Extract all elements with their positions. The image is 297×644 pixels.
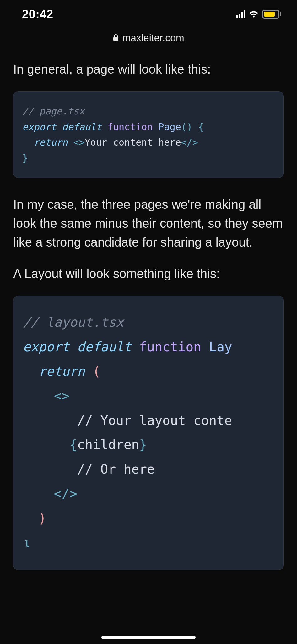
status-bar: 20:42 [0,0,297,28]
paragraph: A Layout will look something like this: [13,264,284,283]
code-line: // Your layout conte [23,408,274,433]
code-line: // page.tsx [22,103,275,119]
lock-icon [113,34,119,42]
code-line: // Or here [23,457,274,482]
home-indicator[interactable] [101,636,196,639]
code-line: {children} [23,433,274,457]
code-line: } [22,150,275,166]
status-time: 20:42 [22,8,53,21]
code-block-page: // page.tsx export default function Page… [13,91,284,178]
code-line: <> [23,384,274,408]
paragraph: In general, a page will look like this: [13,60,284,79]
browser-url-bar[interactable]: maxleiter.com [0,28,297,47]
wifi-icon [248,10,259,18]
code-line: ) [23,506,274,531]
cellular-signal-icon [236,10,245,18]
code-block-layout: // layout.tsx export default function La… [13,296,284,570]
status-indicators [236,10,281,19]
code-line: export default function Page() { [22,119,275,135]
code-line: </> [23,482,274,506]
code-line: return ( [23,359,274,384]
url-domain: maxleiter.com [122,32,184,44]
code-line: export default function Lay [23,335,274,359]
svg-rect-0 [113,37,118,41]
code-line: ι [23,531,274,555]
battery-icon [262,10,281,19]
code-line: // layout.tsx [23,310,274,335]
code-line: return <>Your content here</> [22,135,275,150]
paragraph: In my case, the three pages we're making… [13,195,284,252]
article-content: In general, a page will look like this: … [0,47,297,570]
